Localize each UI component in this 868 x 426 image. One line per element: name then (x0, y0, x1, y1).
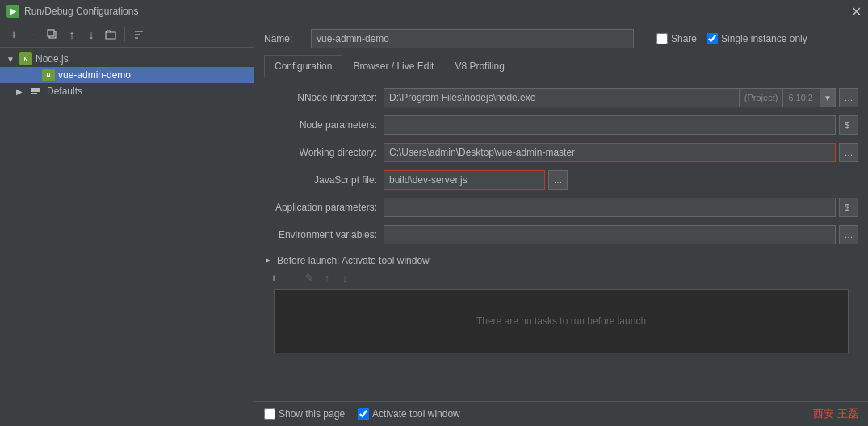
tree-label-vue-admin-demo: vue-admin-demo (58, 69, 131, 81)
environment-variables-ellipsis-btn[interactable]: … (839, 225, 858, 244)
folder-button[interactable] (102, 26, 120, 44)
tree-item-vue-admin-demo[interactable]: N vue-admin-demo (0, 67, 254, 83)
add-config-button[interactable]: + (5, 26, 23, 44)
no-tasks-message: There are no tasks to run before launch (476, 315, 646, 327)
single-instance-checkbox-label[interactable]: Single instance only (707, 33, 807, 44)
before-launch-toolbar: + − ✎ ↑ ↓ (264, 269, 858, 286)
environment-variables-input[interactable] (384, 225, 836, 244)
close-icon[interactable]: ✕ (851, 4, 862, 19)
name-row: Name: Share Single instance only (254, 23, 868, 55)
before-launch-label: Before launch: Activate tool window (277, 255, 430, 266)
application-parameters-input[interactable] (384, 198, 836, 217)
javascript-file-input[interactable] (384, 170, 545, 190)
tabs-bar: Configuration Browser / Live Edit V8 Pro… (254, 55, 868, 77)
environment-variables-label: Environment variables: (264, 229, 377, 240)
activate-tool-window-checkbox[interactable] (358, 408, 369, 420)
tab-configuration[interactable]: Configuration (264, 55, 342, 77)
node-interpreter-input-container: (Project) 6.10.2 ▼ … (384, 88, 858, 107)
application-parameters-input-container: $ (384, 198, 858, 217)
node-parameters-input-container: $ (384, 115, 858, 135)
bottom-left: Show this page Activate tool window (264, 408, 460, 420)
svg-marker-10 (266, 258, 270, 263)
move-up-button[interactable]: ↑ (63, 26, 81, 44)
config-tree: ▼ N Node.js N vue-admin-demo ▶ Defaults (0, 48, 254, 426)
remove-config-button[interactable]: − (24, 26, 42, 44)
name-options: Share Single instance only (656, 33, 807, 44)
node-interpreter-row: NNode interpreter: (Project) 6.10.2 ▼ … (254, 84, 868, 111)
title-text: Run/Debug Configurations (24, 6, 138, 17)
before-launch-up-btn[interactable]: ↑ (319, 269, 335, 286)
title-bar: ▶ Run/Debug Configurations ✕ (0, 0, 868, 23)
show-this-page-checkbox[interactable] (264, 408, 275, 420)
before-launch-down-btn[interactable]: ↓ (337, 269, 353, 286)
show-this-page-text: Show this page (279, 408, 345, 420)
name-label: Name: (264, 33, 304, 44)
tree-item-defaults[interactable]: ▶ Defaults (0, 83, 254, 99)
node-interpreter-label: NNode interpreter: (264, 92, 377, 103)
javascript-file-ellipsis-btn[interactable]: … (548, 170, 568, 190)
watermark: 西安 王磊 (813, 407, 858, 421)
before-launch-add-btn[interactable]: + (266, 269, 282, 286)
single-instance-label: Single instance only (721, 33, 807, 44)
left-panel: + − ↑ ↓ ▼ N Node.js (0, 23, 254, 426)
javascript-file-row: JavaScript file: … (254, 166, 868, 194)
config-toolbar: + − ↑ ↓ (0, 23, 254, 48)
svg-rect-1 (48, 30, 54, 36)
node-interpreter-version: 6.10.2 (782, 88, 820, 107)
copy-config-button[interactable] (44, 26, 61, 44)
node-interpreter-input[interactable] (384, 88, 739, 107)
tree-label-defaults: Defaults (47, 86, 82, 97)
application-parameters-row: Application parameters: $ (254, 194, 868, 221)
working-directory-row: Working directory: … (254, 139, 868, 166)
environment-variables-row: Environment variables: … (254, 221, 868, 248)
name-input[interactable] (311, 29, 634, 48)
environment-variables-input-container: … (384, 225, 858, 244)
title-bar-left: ▶ Run/Debug Configurations (6, 5, 138, 18)
tab-browser-live-edit[interactable]: Browser / Live Edit (342, 55, 444, 77)
tasks-box: There are no tasks to run before launch (274, 289, 849, 353)
toolbar-separator (124, 27, 125, 42)
svg-rect-6 (31, 90, 40, 92)
svg-text:$: $ (845, 203, 849, 212)
main-container: + − ↑ ↓ ▼ N Node.js (0, 23, 868, 426)
share-checkbox[interactable] (656, 33, 668, 44)
form-area: NNode interpreter: (Project) 6.10.2 ▼ … … (254, 77, 868, 401)
tree-item-nodejs[interactable]: ▼ N Node.js (0, 51, 254, 67)
working-directory-input-container: … (384, 143, 858, 162)
working-directory-ellipsis-btn[interactable]: … (839, 143, 858, 162)
tree-label-nodejs: Node.js (36, 53, 69, 65)
move-down-button[interactable]: ↓ (82, 26, 100, 44)
share-checkbox-label[interactable]: Share (656, 33, 697, 44)
javascript-file-label: JavaScript file: (264, 174, 377, 186)
activate-tool-window-text: Activate tool window (372, 408, 460, 420)
application-parameters-icon-btn[interactable]: $ (839, 198, 858, 217)
before-launch-section: Before launch: Activate tool window + − … (254, 248, 868, 357)
node-interpreter-badge: (Project) (739, 88, 783, 107)
before-launch-arrow-icon (264, 257, 272, 265)
activate-tool-window-label[interactable]: Activate tool window (358, 408, 460, 420)
node-interpreter-dropdown-btn[interactable]: ▼ (820, 88, 836, 107)
node-parameters-input[interactable] (384, 115, 836, 135)
working-directory-label: Working directory: (264, 147, 377, 158)
tab-v8-profiling[interactable]: V8 Profiling (444, 55, 514, 77)
node-parameters-icon-btn[interactable]: $ (839, 115, 858, 135)
svg-rect-7 (31, 93, 37, 94)
vue-node-icon: N (42, 69, 55, 81)
show-this-page-label[interactable]: Show this page (264, 408, 345, 420)
right-panel: Name: Share Single instance only Configu… (254, 23, 868, 426)
sort-button[interactable] (130, 26, 148, 44)
application-parameters-label: Application parameters: (264, 202, 377, 213)
share-label: Share (671, 33, 697, 44)
before-launch-remove-btn[interactable]: − (283, 269, 300, 286)
svg-rect-5 (31, 88, 40, 90)
single-instance-checkbox[interactable] (707, 33, 718, 44)
before-launch-edit-btn[interactable]: ✎ (301, 269, 317, 286)
tree-arrow-nodejs: ▼ (6, 55, 16, 64)
node-interpreter-ellipsis-btn[interactable]: … (839, 88, 858, 107)
app-icon: ▶ (6, 5, 19, 18)
node-parameters-label: Node parameters: (264, 119, 377, 131)
working-directory-input[interactable] (384, 143, 836, 162)
defaults-icon (29, 85, 42, 98)
tree-arrow-defaults: ▶ (16, 87, 26, 96)
svg-text:$: $ (845, 120, 849, 130)
